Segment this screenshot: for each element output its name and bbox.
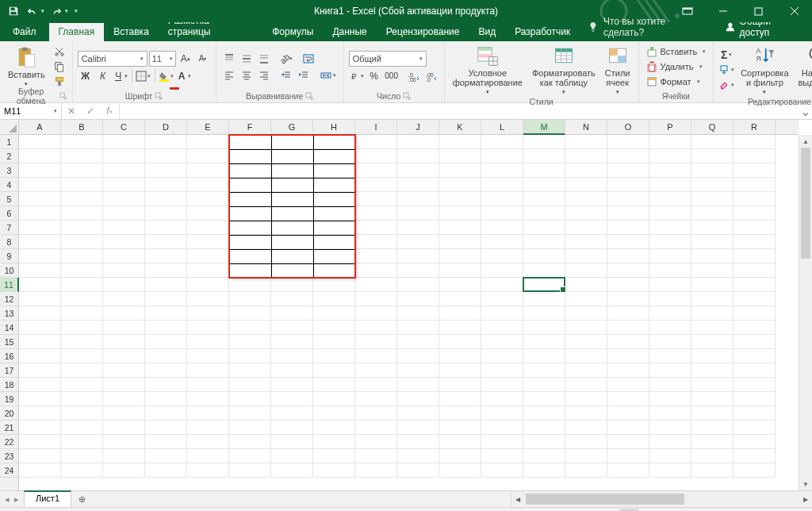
increase-indent-button[interactable] bbox=[296, 68, 312, 83]
column-header-F[interactable]: F bbox=[229, 120, 271, 134]
cell-G11[interactable] bbox=[271, 278, 313, 292]
cell-R6[interactable] bbox=[733, 206, 776, 221]
column-header-K[interactable]: K bbox=[439, 120, 481, 134]
cell-A18[interactable] bbox=[19, 378, 61, 392]
cell-J3[interactable] bbox=[397, 163, 439, 178]
cell-J12[interactable] bbox=[397, 292, 439, 306]
cell-Q9[interactable] bbox=[691, 249, 733, 263]
hscroll-thumb[interactable] bbox=[526, 494, 684, 505]
cell-F15[interactable] bbox=[229, 335, 271, 349]
cell-M15[interactable] bbox=[523, 335, 565, 349]
cell-B9[interactable] bbox=[61, 249, 103, 263]
column-header-I[interactable]: I bbox=[355, 120, 397, 134]
cell-C12[interactable] bbox=[103, 292, 145, 306]
cell-C11[interactable] bbox=[103, 278, 145, 292]
cell-J20[interactable] bbox=[397, 406, 439, 421]
cell-B24[interactable] bbox=[61, 463, 103, 478]
cell-M8[interactable] bbox=[523, 235, 565, 249]
row-header-10[interactable]: 10 bbox=[0, 263, 18, 278]
redo-button[interactable] bbox=[48, 2, 65, 20]
cell-B4[interactable] bbox=[61, 178, 103, 192]
column-header-P[interactable]: P bbox=[649, 120, 691, 134]
align-right-button[interactable] bbox=[256, 68, 272, 83]
cell-J13[interactable] bbox=[397, 306, 439, 321]
cell-H4[interactable] bbox=[313, 178, 355, 192]
cell-M11[interactable] bbox=[523, 278, 565, 292]
cell-J18[interactable] bbox=[397, 378, 439, 392]
tab-file[interactable]: Файл bbox=[0, 23, 49, 41]
cell-C10[interactable] bbox=[103, 263, 145, 278]
cell-D24[interactable] bbox=[145, 463, 187, 478]
row-header-1[interactable]: 1 bbox=[0, 135, 18, 149]
cell-R10[interactable] bbox=[733, 263, 776, 278]
row-header-16[interactable]: 16 bbox=[0, 349, 18, 363]
cell-N9[interactable] bbox=[565, 249, 607, 263]
cell-A11[interactable] bbox=[19, 278, 61, 292]
add-sheet-button[interactable]: ⊕ bbox=[71, 491, 92, 507]
cell-D16[interactable] bbox=[145, 349, 187, 363]
row-header-5[interactable]: 5 bbox=[0, 192, 18, 206]
cell-M21[interactable] bbox=[523, 421, 565, 435]
cell-P9[interactable] bbox=[649, 249, 691, 263]
cell-F22[interactable] bbox=[229, 435, 271, 449]
paste-button[interactable]: Вставить ▾ bbox=[5, 43, 48, 90]
cell-I5[interactable] bbox=[355, 192, 397, 206]
cell-K1[interactable] bbox=[439, 135, 481, 149]
cell-K19[interactable] bbox=[439, 392, 481, 406]
cell-F16[interactable] bbox=[229, 349, 271, 363]
clear-button[interactable]: ▾ bbox=[718, 78, 734, 92]
align-left-button[interactable] bbox=[221, 68, 237, 83]
cell-F2[interactable] bbox=[229, 149, 271, 163]
cell-I6[interactable] bbox=[355, 206, 397, 221]
scroll-up-button[interactable]: ▲ bbox=[799, 135, 812, 148]
cell-D22[interactable] bbox=[145, 435, 187, 449]
cell-E11[interactable] bbox=[187, 278, 229, 292]
cell-O14[interactable] bbox=[607, 321, 649, 335]
cell-L20[interactable] bbox=[481, 406, 523, 421]
cell-A3[interactable] bbox=[19, 163, 61, 178]
cell-N1[interactable] bbox=[565, 135, 607, 149]
font-name-combo[interactable]: Calibri▾ bbox=[78, 51, 147, 67]
column-header-Q[interactable]: Q bbox=[691, 120, 733, 134]
cell-F14[interactable] bbox=[229, 321, 271, 335]
cell-L16[interactable] bbox=[481, 349, 523, 363]
cell-N10[interactable] bbox=[565, 263, 607, 278]
cell-I18[interactable] bbox=[355, 378, 397, 392]
tab-insert[interactable]: Вставка bbox=[104, 23, 159, 41]
cell-J11[interactable] bbox=[397, 278, 439, 292]
cell-M7[interactable] bbox=[523, 221, 565, 235]
cell-M19[interactable] bbox=[523, 392, 565, 406]
cell-A24[interactable] bbox=[19, 463, 61, 478]
cell-L19[interactable] bbox=[481, 392, 523, 406]
column-header-H[interactable]: H bbox=[313, 120, 355, 134]
cell-I20[interactable] bbox=[355, 406, 397, 421]
cell-E23[interactable] bbox=[187, 449, 229, 463]
cell-C17[interactable] bbox=[103, 363, 145, 378]
cell-G2[interactable] bbox=[271, 149, 313, 163]
cell-L9[interactable] bbox=[481, 249, 523, 263]
cell-K10[interactable] bbox=[439, 263, 481, 278]
column-header-A[interactable]: A bbox=[19, 120, 61, 134]
cell-J24[interactable] bbox=[397, 463, 439, 478]
cell-J4[interactable] bbox=[397, 178, 439, 192]
cell-G15[interactable] bbox=[271, 335, 313, 349]
cell-P5[interactable] bbox=[649, 192, 691, 206]
cell-P15[interactable] bbox=[649, 335, 691, 349]
cell-K11[interactable] bbox=[439, 278, 481, 292]
cell-K17[interactable] bbox=[439, 363, 481, 378]
cell-L10[interactable] bbox=[481, 263, 523, 278]
cell-B3[interactable] bbox=[61, 163, 103, 178]
cell-G5[interactable] bbox=[271, 192, 313, 206]
cell-F24[interactable] bbox=[229, 463, 271, 478]
expand-formula-bar-button[interactable]: ⌄ bbox=[798, 103, 812, 119]
cell-R3[interactable] bbox=[733, 163, 776, 178]
cell-B18[interactable] bbox=[61, 378, 103, 392]
fill-button[interactable]: ▾ bbox=[718, 63, 734, 77]
cell-G3[interactable] bbox=[271, 163, 313, 178]
cell-O3[interactable] bbox=[607, 163, 649, 178]
cell-B11[interactable] bbox=[61, 278, 103, 292]
cell-L4[interactable] bbox=[481, 178, 523, 192]
formula-bar[interactable] bbox=[120, 103, 798, 119]
cell-J16[interactable] bbox=[397, 349, 439, 363]
cell-O10[interactable] bbox=[607, 263, 649, 278]
